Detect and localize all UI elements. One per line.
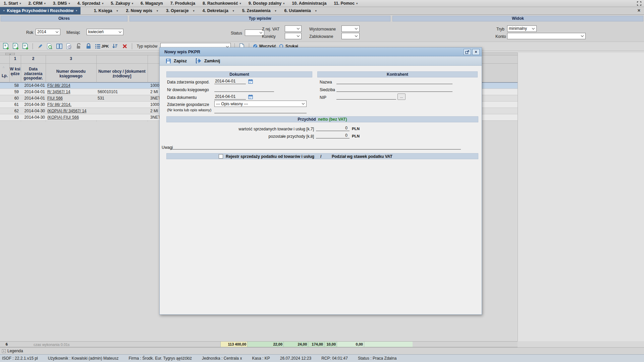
top-menu-item[interactable]: 11. Pomoc▾ — [330, 0, 361, 7]
row-document-link[interactable]: {KOPIA} FIU/ 566 — [47, 115, 79, 120]
chevron-down-icon[interactable]: ▾ — [193, 9, 195, 12]
calendar-icon[interactable] — [248, 79, 253, 85]
top-menu-item[interactable]: 3. DMS▾ — [49, 0, 74, 7]
unlock-icon[interactable] — [75, 43, 82, 50]
miesiac-select[interactable]: kwiecień — [87, 29, 123, 35]
save-floppy-icon[interactable] — [165, 58, 172, 64]
column-number: 2 — [21, 56, 46, 61]
zdarzenie-custom-input[interactable] — [214, 108, 307, 113]
row-numer-obcy: 531 — [98, 96, 104, 101]
k8-input[interactable]: 0 — [316, 133, 350, 138]
popout-window-icon[interactable] — [464, 49, 471, 55]
top-menu-item[interactable]: 1. Start▾ — [0, 0, 24, 7]
new-entry-u-document-icon[interactable]: U — [22, 43, 29, 50]
row-document-link[interactable]: {KOPIA} R/ 34567/ 14 — [47, 109, 87, 113]
chevron-down-icon — [581, 34, 584, 37]
top-menu-item[interactable]: 6. Magazyn — [137, 0, 167, 7]
collapse-handle[interactable]: ▲ — [5, 53, 15, 55]
status-item: Kasa : KP — [252, 356, 270, 361]
toolbar-typ-wpisow-label: Typ wpisów — [137, 44, 157, 49]
top-menu-item[interactable]: 2. CRM▾ — [24, 0, 49, 7]
k8-currency: PLN — [352, 134, 360, 138]
uwagi-input[interactable] — [171, 144, 461, 149]
z-rej-vat-select[interactable] — [285, 25, 302, 32]
dialog-titlebar[interactable]: Nowy wpis PKPR × — [160, 48, 482, 56]
module-tab[interactable]: 5. Zestawienia▾ — [238, 7, 280, 14]
module-tabs: 1. Księga▾2. Nowy wpis▾3. Operacje▾4. De… — [90, 7, 321, 14]
row-document-link[interactable]: R/ 34567/ 14 — [47, 89, 70, 94]
nip-input[interactable] — [336, 94, 396, 100]
top-menu-item-label: 3. DMS — [53, 1, 67, 6]
new-entry-z-document-icon[interactable]: Z — [12, 43, 19, 50]
tryb-select[interactable]: minimalny — [507, 25, 537, 32]
row-count: 6 — [0, 342, 13, 346]
top-menu-item[interactable]: 7. Produkcja — [167, 0, 199, 7]
zablokowane-select[interactable] — [341, 33, 360, 39]
row-document-link[interactable]: FS/ 86/ 2014. — [47, 102, 71, 107]
chevron-down-icon — [355, 27, 358, 29]
top-menu-item[interactable]: 5. Zakupy▾ — [107, 0, 137, 7]
zablokowane-label: Zablokowane — [309, 34, 333, 39]
status-select[interactable] — [245, 29, 264, 36]
jpk-button[interactable]: JPK — [95, 44, 109, 49]
status-bar: ISOF : 22.2.1.v15 plUżytkownik : Kowalsk… — [0, 354, 644, 362]
chevron-down-icon[interactable]: ▾ — [117, 9, 118, 12]
header-data[interactable]: Data zdarzenia gospodar. — [21, 67, 46, 81]
header-lp[interactable]: Lp. — [0, 74, 9, 78]
row-lp: 58 — [0, 83, 19, 88]
module-tab[interactable]: 3. Operacje▾ — [162, 7, 198, 14]
module-tab[interactable]: 1. Księga▾ — [90, 7, 122, 14]
chevron-down-icon[interactable]: ▾ — [315, 9, 317, 12]
module-tab[interactable]: 6. Ustawienia▾ — [280, 7, 320, 14]
header-numer-dowodu[interactable]: Numer dowodu księgowego — [47, 69, 95, 78]
sort-ascending-icon[interactable]: △ — [3, 66, 4, 68]
top-menu-item[interactable]: 8. Rachunkowość▾ — [199, 0, 245, 7]
columns-icon[interactable] — [56, 43, 63, 50]
chevron-down-icon: ▾ — [283, 2, 284, 5]
k7-input[interactable]: 0 — [316, 126, 350, 131]
expand-plus-icon[interactable] — [2, 349, 6, 353]
new-entry-s-document-icon[interactable]: S — [3, 43, 9, 50]
delete-x-icon[interactable] — [121, 43, 128, 50]
preview-document-icon[interactable] — [46, 43, 53, 50]
close-icon[interactable]: × — [472, 49, 480, 55]
row-document-link[interactable]: FIU/ 566 — [47, 96, 63, 101]
vat-register-checkbox[interactable] — [219, 154, 223, 159]
konto-label: Konto — [495, 34, 506, 39]
close-button[interactable]: Zamknij — [204, 59, 220, 63]
edit-pencil-icon[interactable] — [37, 43, 43, 50]
exit-arrow-icon[interactable] — [196, 58, 202, 64]
konto-select[interactable] — [507, 33, 586, 39]
row-document-link[interactable]: FS/ 86/ 2014 — [47, 83, 70, 88]
nazwa-input[interactable] — [336, 79, 452, 84]
header-numer-obcy[interactable]: Numer obcy / [dokument źródłowy] — [97, 69, 147, 78]
header-w-ksiedze[interactable]: W księdze — [9, 67, 21, 76]
data-dokumentu-input[interactable]: 2014-04-01 — [214, 94, 246, 100]
zdarzenie-select[interactable]: --- Opis własny --- — [214, 101, 307, 107]
chevron-down-icon[interactable]: ▾ — [275, 9, 276, 12]
top-menu-item[interactable]: 9. Dostęp zdalny▾ — [245, 0, 288, 7]
active-module-tab[interactable]: ▾ Księga Przychodów i Rozchodów ▾ — [0, 7, 80, 14]
wystornowane-select[interactable] — [341, 25, 360, 32]
calendar-icon[interactable] — [248, 95, 253, 100]
top-menu-item-label: 2. CRM — [28, 1, 42, 6]
lock-icon[interactable] — [85, 43, 92, 50]
siedziba-input[interactable] — [336, 86, 452, 92]
save-button[interactable]: Zapisz — [174, 59, 187, 63]
chevron-down-icon[interactable]: ▾ — [157, 9, 158, 12]
chevron-down-icon[interactable]: ▾ — [233, 9, 234, 12]
k7-currency: PLN — [352, 127, 360, 131]
document-history-icon[interactable] — [66, 43, 72, 50]
close-module-icon[interactable]: × — [636, 7, 642, 13]
korekty-select[interactable] — [285, 33, 302, 39]
sort-icon[interactable] — [112, 43, 118, 50]
fullscreen-icon[interactable] — [637, 1, 641, 7]
top-menu-item[interactable]: 10. Administracja — [288, 0, 330, 7]
rok-select[interactable]: 2014 — [36, 29, 60, 35]
nip-lookup-button[interactable]: ... — [397, 94, 406, 100]
module-tab[interactable]: 2. Nowy wpis▾ — [122, 7, 162, 14]
nr-dowodu-input[interactable] — [214, 86, 274, 92]
module-tab[interactable]: 4. Dekretacja▾ — [199, 7, 238, 14]
data-zdarzenia-input[interactable]: 2014-04-01 — [214, 79, 246, 84]
top-menu-item[interactable]: 4. Sprzedaż▾ — [74, 0, 107, 7]
